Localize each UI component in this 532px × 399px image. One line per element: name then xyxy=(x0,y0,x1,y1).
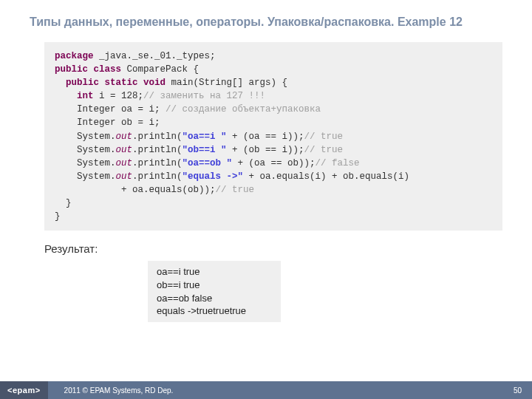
comment: // true xyxy=(304,145,344,155)
out-ref: out xyxy=(116,145,133,155)
keyword: int xyxy=(77,91,94,101)
footer: <epam> 2011 © EPAM Systems, RD Dep. 50 xyxy=(0,381,532,399)
code-text: _java._se._01._types; xyxy=(94,51,216,61)
comment: // заменить на 127 !!! xyxy=(143,91,265,101)
out-ref: out xyxy=(116,158,133,168)
code-text: + (oa == ob)); xyxy=(232,158,316,168)
code-text: Integer oa = i; xyxy=(55,104,166,115)
code-text: System. xyxy=(55,171,116,182)
code-text: + (ob == i)); xyxy=(227,145,304,155)
result-block: oa==i true ob==i true oa==ob false equal… xyxy=(148,261,281,321)
code-text: .println( xyxy=(132,132,183,142)
code-text: .println( xyxy=(132,171,183,182)
code-text: + (oa == i)); xyxy=(227,132,304,142)
code-text: + oa.equals(ob)); xyxy=(55,185,216,195)
code-text: System. xyxy=(55,145,116,155)
keyword: package xyxy=(55,51,94,61)
code-text: ComparePack { xyxy=(121,64,199,75)
out-ref: out xyxy=(116,132,133,142)
keyword: public static void xyxy=(66,78,166,88)
epam-logo: <epam> xyxy=(0,381,48,399)
code-text: .println( xyxy=(132,145,183,155)
string: "oa==ob " xyxy=(183,158,233,168)
keyword: public class xyxy=(55,64,121,75)
code-text: } xyxy=(55,198,72,208)
code-text: i = 128; xyxy=(94,91,144,101)
code-text: Integer ob = i; xyxy=(55,117,160,128)
code-text: System. xyxy=(55,132,116,142)
code-block: package _java._se._01._types; public cla… xyxy=(44,42,502,231)
slide-title: Типы данных, переменные, операторы. Упак… xyxy=(0,0,532,36)
string: "equals ->" xyxy=(183,171,244,182)
string: "ob==i " xyxy=(183,145,227,155)
out-ref: out xyxy=(116,171,133,182)
footer-text: 2011 © EPAM Systems, RD Dep. xyxy=(64,386,174,395)
comment: // true xyxy=(304,132,344,142)
code-text: System. xyxy=(55,158,116,168)
code-text: } xyxy=(55,211,61,222)
code-text: + oa.equals(i) + ob.equals(i) xyxy=(243,171,409,182)
comment: // false xyxy=(316,158,360,168)
code-text: .println( xyxy=(132,158,183,168)
string: "oa==i " xyxy=(183,132,227,142)
result-label: Результат: xyxy=(44,242,532,255)
comment: // true xyxy=(216,185,255,195)
page-number: 50 xyxy=(514,386,522,395)
comment: // создание объекта+упаковка xyxy=(166,104,321,115)
code-text: main(String[] args) { xyxy=(166,78,287,88)
